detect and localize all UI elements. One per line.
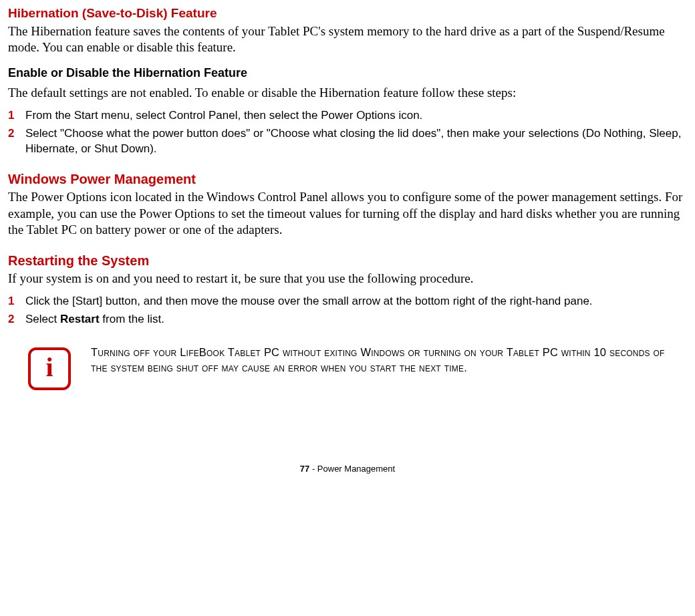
list-item: 1 Click the [Start] button, and then mov… — [8, 294, 687, 309]
list-number: 1 — [8, 294, 25, 309]
body-enable-disable: The default settings are not enabled. To… — [8, 85, 687, 102]
list-item: 2 Select "Choose what the power button d… — [8, 126, 687, 157]
list-text-suffix: from the list. — [100, 313, 164, 325]
body-windows-power: The Power Options icon located in the Wi… — [8, 189, 687, 239]
list-number: 1 — [8, 108, 25, 124]
list-text-bold: Restart — [60, 313, 100, 325]
list-text: From the Start menu, select Control Pane… — [25, 108, 687, 124]
info-text: Turning off your LifeBook Tablet PC with… — [91, 345, 687, 375]
list-item: 2 Select Restart from the list. — [8, 312, 687, 327]
info-icon: i — [28, 347, 71, 390]
page-footer: 77 - Power Management — [8, 464, 687, 475]
info-icon-letter: i — [45, 354, 53, 381]
heading-hibernation: Hibernation (Save-to-Disk) Feature — [8, 5, 687, 22]
list-text: Select Restart from the list. — [25, 312, 687, 327]
body-restarting: If your system is on and you need to res… — [8, 271, 687, 287]
footer-title: Power Management — [317, 464, 395, 474]
list-item: 1 From the Start menu, select Control Pa… — [8, 108, 687, 124]
heading-windows-power: Windows Power Management — [8, 170, 687, 188]
info-block: i Turning off your LifeBook Tablet PC wi… — [8, 345, 687, 390]
list-text-prefix: Select — [25, 313, 60, 325]
body-hibernation: The Hibernation feature saves the conten… — [8, 23, 687, 56]
heading-restarting: Restarting the System — [8, 252, 687, 269]
steps-list-1: 1 From the Start menu, select Control Pa… — [8, 108, 687, 157]
list-number: 2 — [8, 126, 25, 142]
subheading-enable-disable: Enable or Disable the Hibernation Featur… — [8, 65, 687, 81]
footer-sep: - — [309, 464, 317, 474]
list-text: Select "Choose what the power button doe… — [25, 126, 687, 157]
list-text: Click the [Start] button, and then move … — [25, 294, 687, 309]
list-number: 2 — [8, 312, 25, 327]
steps-list-2: 1 Click the [Start] button, and then mov… — [8, 294, 687, 327]
footer-page-number: 77 — [300, 464, 309, 474]
